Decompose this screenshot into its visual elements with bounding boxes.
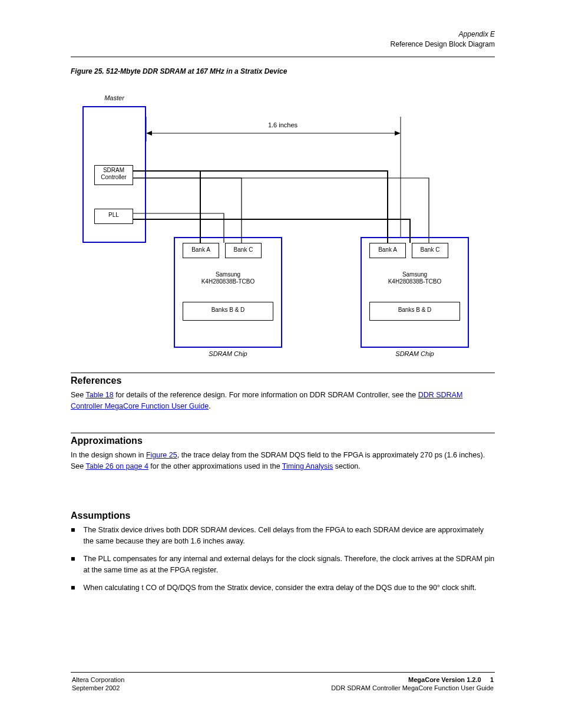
distance-label: 1.6 inches xyxy=(247,121,318,129)
svg-marker-4 xyxy=(395,131,401,136)
block-diagram: Master SDRAM Controller PLL SDRAM Chip B… xyxy=(71,83,495,389)
approximations-section: Approximations In the design shown in Fi… xyxy=(71,433,495,473)
sdram-b-chip: Samsung K4H280838B-TCBO xyxy=(361,271,469,285)
references-body: See Table 18 for details of the referenc… xyxy=(71,390,495,413)
master-title: Master xyxy=(82,94,146,102)
page-header: Appendix E Reference Design Block Diagra… xyxy=(391,29,495,50)
table18-link[interactable]: Table 18 xyxy=(86,391,114,399)
footer-left: Altera Corporation xyxy=(72,676,175,683)
assumptions-section: Assumptions ■ The Stratix device drives … xyxy=(71,510,495,594)
footer-date: September 2002 xyxy=(72,684,175,691)
figure-caption: Figure 25. 512-Mbyte DDR SDRAM at 167 MH… xyxy=(71,67,287,75)
bullet-icon: ■ xyxy=(71,582,75,594)
sdram-a-chip: Samsung K4H280838B-TCBO xyxy=(174,271,282,285)
footer-version: MegaCore Version 1.2.0 xyxy=(408,676,481,683)
bullet-icon: ■ xyxy=(71,554,75,577)
references-title: References xyxy=(71,375,495,386)
figure25-link[interactable]: Figure 25 xyxy=(146,451,177,459)
sdram-controller-label: SDRAM Controller xyxy=(94,167,133,181)
assumptions-title: Assumptions xyxy=(71,510,495,521)
timing-analysis-link[interactable]: Timing Analysis xyxy=(282,462,333,470)
assumption-2: The PLL compensates for any internal and… xyxy=(84,554,495,577)
sdram-a-title: SDRAM Chip xyxy=(174,350,282,358)
table26-link[interactable]: Table 26 on page 4 xyxy=(86,462,148,470)
approximations-title: Approximations xyxy=(71,436,495,446)
footer-doc: DDR SDRAM Controller MegaCore Function U… xyxy=(176,684,494,691)
header-chapter: Appendix E xyxy=(391,29,495,39)
approximations-body: In the design shown in Figure 25, the tr… xyxy=(71,450,495,473)
pll-label: PLL xyxy=(94,212,133,219)
assumption-1: The Stratix device drives both DDR SDRAM… xyxy=(84,525,495,548)
page-footer: Altera Corporation MegaCore Version 1.2.… xyxy=(71,672,495,693)
references-section: References See Table 18 for details of t… xyxy=(71,373,495,413)
sdram-b-title: SDRAM Chip xyxy=(361,350,469,358)
assumptions-body: ■ The Stratix device drives both DDR SDR… xyxy=(71,525,495,594)
footer-page: 1 xyxy=(490,676,494,683)
header-rule xyxy=(71,57,495,57)
bullet-icon: ■ xyxy=(71,525,75,548)
header-title: Reference Design Block Diagram xyxy=(391,39,495,50)
assumption-3: When calculating t CO of DQ/DQS from the… xyxy=(84,582,477,594)
svg-marker-3 xyxy=(146,131,152,136)
